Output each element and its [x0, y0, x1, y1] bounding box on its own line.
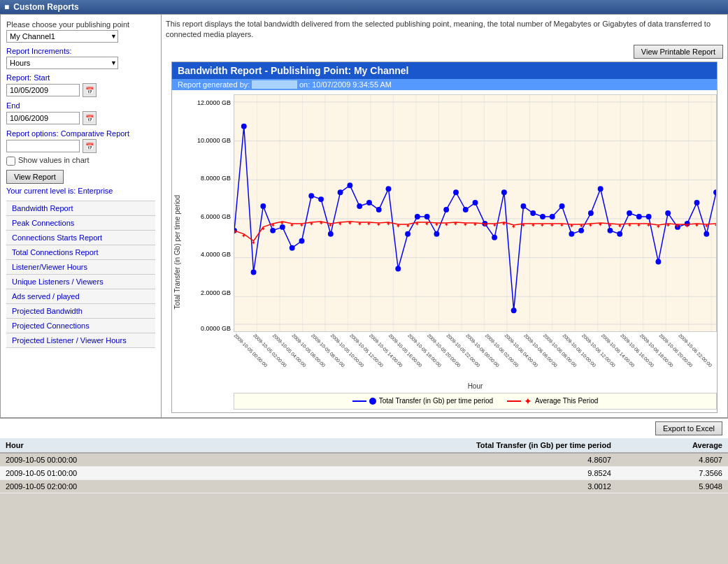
svg-point-30 [241, 124, 247, 129]
svg-text:2009-10-06 06:00:00: 2009-10-06 06:00:00 [523, 333, 558, 368]
table-row: 2009-10-05 02:00:00 3.0012 5.9048 [0, 479, 728, 493]
svg-text:2009-10-05 16:00:00: 2009-10-05 16:00:00 [387, 333, 422, 368]
svg-text:✦: ✦ [579, 223, 584, 229]
svg-text:2009-10-06 04:00:00: 2009-10-06 04:00:00 [504, 333, 538, 368]
chart-plot-row: 12.0000 GB 10.0000 GB 8.0000 GB 6.0000 G… [186, 94, 717, 332]
cell-total-0: 4.8607 [223, 453, 617, 467]
ytick-6: 6.0000 GB [201, 213, 231, 220]
svg-point-38 [318, 196, 324, 202]
report-increments-select[interactable]: Hours Days Weeks Months [6, 57, 118, 69]
svg-text:2009-10-05 20:00:00: 2009-10-05 20:00:00 [427, 333, 462, 368]
legend-blue-line [352, 400, 366, 402]
chart-subtitle-bar: Report generated by: on: 10/07/2009 9:34… [172, 79, 717, 90]
start-date-calendar-button[interactable]: 📅 [83, 83, 97, 97]
export-button[interactable]: Export to Excel [655, 421, 722, 435]
svg-text:2009-10-05 08:00:00: 2009-10-05 08:00:00 [311, 333, 345, 368]
svg-text:✦: ✦ [376, 222, 381, 228]
svg-text:2009-10-06 02:00:00: 2009-10-06 02:00:00 [485, 333, 520, 368]
svg-point-42 [357, 203, 362, 209]
svg-text:✦: ✦ [309, 221, 314, 227]
start-date-row: 📅 [6, 83, 155, 97]
comparative-date-input[interactable] [6, 140, 80, 152]
ytick-2: 2.0000 GB [201, 289, 231, 296]
enterprise-text: Your current level is: Enterprise [6, 187, 155, 195]
col-total: Total Transfer (in Gb) per time period [223, 438, 617, 453]
nav-item-unique-listeners[interactable]: Unique Listeners / Viewers [6, 275, 155, 289]
cell-avg-0: 4.8607 [617, 453, 728, 467]
svg-text:✦: ✦ [646, 222, 651, 229]
nav-item-ads-served[interactable]: Ads served / played [6, 289, 155, 304]
svg-point-46 [395, 266, 401, 271]
svg-text:✦: ✦ [618, 223, 622, 229]
cell-hour-0: 2009-10-05 00:00:00 [0, 453, 223, 467]
ytick-col: 12.0000 GB 10.0000 GB 8.0000 GB 6.0000 G… [186, 94, 234, 332]
ytick-10: 10.0000 GB [197, 137, 231, 144]
table-body: 2009-10-05 00:00:00 4.8607 4.8607 2009-1… [0, 453, 728, 493]
comparative-calendar-button[interactable]: 📅 [83, 139, 97, 153]
svg-point-72 [646, 214, 652, 219]
col-average: Average [617, 438, 728, 453]
svg-point-59 [520, 203, 526, 209]
svg-text:✦: ✦ [511, 224, 516, 230]
cell-total-2: 3.0012 [223, 479, 617, 493]
svg-text:✦: ✦ [627, 222, 632, 229]
show-values-checkbox[interactable] [6, 157, 15, 166]
svg-text:2009-10-06 08:00:00: 2009-10-06 08:00:00 [543, 333, 578, 368]
show-values-row: Show values in chart [6, 156, 155, 166]
svg-text:✦: ✦ [694, 222, 699, 229]
svg-text:✦: ✦ [675, 223, 680, 229]
publishing-point-select[interactable]: My Channel1 [6, 30, 118, 43]
cell-avg-2: 5.9048 [617, 479, 728, 493]
svg-point-37 [308, 193, 314, 198]
start-date-input[interactable] [6, 84, 80, 96]
view-report-button[interactable]: View Report [6, 170, 64, 184]
svg-text:✦: ✦ [434, 222, 439, 228]
cell-hour-2: 2009-10-05 02:00:00 [0, 479, 223, 493]
svg-text:2009-10-06 10:00:00: 2009-10-06 10:00:00 [562, 333, 597, 368]
view-printable-button[interactable]: View Printable Report [634, 45, 723, 59]
nav-item-bandwidth[interactable]: Bandwidth Report [6, 201, 155, 216]
cell-avg-1: 7.3566 [617, 466, 728, 479]
right-panel: This report displays the total bandwidth… [162, 15, 727, 417]
svg-point-73 [655, 259, 661, 264]
chart-title: Bandwidth Report - Publishing Point: My … [178, 65, 409, 76]
svg-point-48 [415, 214, 420, 219]
svg-text:✦: ✦ [540, 222, 545, 229]
svg-text:✦: ✦ [559, 222, 564, 229]
legend-red-line [507, 400, 521, 402]
svg-point-74 [665, 210, 671, 216]
svg-point-36 [299, 238, 304, 244]
chart-title-bar: Bandwidth Report - Publishing Point: My … [172, 62, 717, 79]
nav-item-projected-connections[interactable]: Projected Connections [6, 319, 155, 333]
svg-point-62 [550, 214, 555, 219]
svg-text:2009-10-05 10:00:00: 2009-10-05 10:00:00 [329, 333, 364, 368]
nav-item-projected-bandwidth[interactable]: Projected Bandwidth [6, 304, 155, 319]
ytick-8: 8.0000 GB [201, 175, 231, 182]
nav-item-total-connections[interactable]: Total Connections Report [6, 245, 155, 260]
svg-text:✦: ✦ [241, 233, 246, 239]
svg-point-66 [588, 210, 594, 216]
svg-text:2009-10-05 12:00:00: 2009-10-05 12:00:00 [349, 333, 384, 368]
svg-point-33 [270, 228, 276, 233]
end-date-input[interactable] [6, 112, 80, 124]
svg-text:2009-10-05 04:00:00: 2009-10-05 04:00:00 [272, 333, 307, 368]
svg-text:✦: ✦ [501, 221, 506, 227]
nav-item-projected-listener[interactable]: Projected Listener / Viewer Hours [6, 333, 155, 348]
nav-menu: Bandwidth Report Peak Connections Connec… [6, 201, 155, 348]
svg-text:✦: ✦ [396, 223, 401, 229]
svg-point-51 [443, 207, 449, 212]
svg-point-58 [511, 308, 517, 313]
report-increments-label: Report Increments: [6, 47, 155, 55]
header-title: Custom Reports [13, 2, 78, 12]
svg-text:✦: ✦ [704, 223, 709, 229]
svg-text:✦: ✦ [588, 222, 593, 229]
nav-item-connections-starts[interactable]: Connections Starts Report [6, 231, 155, 245]
svg-text:✦: ✦ [366, 221, 371, 227]
end-date-calendar-button[interactable]: 📅 [83, 111, 97, 125]
publishing-point-wrapper: My Channel1 ▼ [6, 30, 118, 43]
nav-item-peak[interactable]: Peak Connections [6, 216, 155, 231]
nav-item-listener-hours[interactable]: Listener/Viewer Hours [6, 260, 155, 275]
svg-text:✦: ✦ [473, 222, 478, 228]
cell-hour-1: 2009-10-05 01:00:00 [0, 466, 223, 479]
svg-point-31 [251, 269, 257, 275]
